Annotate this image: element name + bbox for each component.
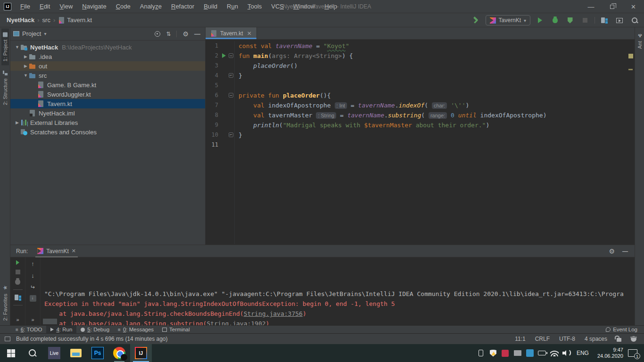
stack-trace-link[interactable]: String.java:1902 xyxy=(206,320,265,325)
fold-marker[interactable]: ⌐ xyxy=(229,132,233,137)
rerun-failed-icon[interactable] xyxy=(15,279,20,285)
start-button[interactable] xyxy=(0,344,22,362)
tree-item-swordjuggler-kt[interactable]: SwordJuggler.kt xyxy=(10,90,205,99)
run-console[interactable]: "C:\Program Files\Java\jdk-14.0.1\bin\ja… xyxy=(41,257,635,325)
taskbar-search-button[interactable] xyxy=(22,344,43,362)
power-tray-icon[interactable] xyxy=(536,344,548,362)
tree-item-nyethack-iml[interactable]: NyetHack.iml xyxy=(10,108,205,118)
taskbar-clock[interactable]: 9:47 24.06.2020 xyxy=(593,347,628,359)
close-button[interactable]: ✕ xyxy=(623,0,644,13)
tree-item-tavern-kt[interactable]: Tavern.kt xyxy=(10,99,205,108)
stripe-tab----project[interactable]: 1: Project xyxy=(1,28,9,65)
taskbar-live-app[interactable]: Live xyxy=(43,344,65,362)
project-structure-button[interactable] xyxy=(599,15,610,25)
taskbar-intellij[interactable]: IJ xyxy=(130,344,152,362)
stripe-tab----favorites[interactable]: 2: Favorites★ xyxy=(1,280,9,324)
warning-stripe-mark[interactable] xyxy=(628,69,633,70)
minimize-button[interactable]: — xyxy=(580,0,602,13)
scrollbar-thumb[interactable] xyxy=(43,319,57,324)
line-separator[interactable]: CRLF xyxy=(535,336,550,342)
run-tab[interactable]: TavernKt ✕ xyxy=(33,245,80,257)
toolwindow-button-terminal[interactable]: Terminal xyxy=(158,326,194,334)
highlighting-level-icon[interactable] xyxy=(631,336,636,342)
tree-expand-arrow[interactable]: ▼ xyxy=(23,73,29,78)
tree-item-nyethack[interactable]: ▼NyetHackB:\IdeaProjects\NyetHack xyxy=(10,42,205,52)
gear-icon[interactable]: ⚙ xyxy=(182,31,189,37)
stripe-tab----structure[interactable]: 2: Structure xyxy=(1,67,9,109)
menu-edit[interactable]: Edit xyxy=(35,1,54,11)
more-actions-button[interactable]: » xyxy=(31,317,34,322)
caret-position[interactable]: 11:1 xyxy=(515,336,525,342)
stack-trace-link[interactable]: String.java:3756 xyxy=(244,310,303,317)
tree-expand-arrow[interactable]: ▶ xyxy=(23,64,29,68)
up-stack-trace-button[interactable]: ↑ xyxy=(31,260,34,267)
menu-view[interactable]: View xyxy=(55,1,77,11)
toolwindow-button-6--todo[interactable]: ≡6: TODO xyxy=(11,326,46,334)
coverage-button[interactable] xyxy=(564,15,576,25)
toolwindow-button-4--run[interactable]: 4: Run xyxy=(46,326,76,334)
language-indicator[interactable]: ENG xyxy=(573,350,593,356)
taskbar-chrome[interactable] xyxy=(108,344,130,362)
stop-button[interactable] xyxy=(579,15,591,25)
fold-marker[interactable]: − xyxy=(229,93,233,98)
menu-run[interactable]: Run xyxy=(223,1,242,11)
menu-analyze[interactable]: Analyze xyxy=(136,1,166,11)
tree-expand-arrow[interactable]: ▶ xyxy=(23,54,29,59)
stripe-tab-ant[interactable]: Ant☘ xyxy=(636,28,644,53)
display-tray-icon[interactable] xyxy=(512,344,524,362)
scroll-to-end-button[interactable] xyxy=(30,295,36,302)
run-line-icon[interactable] xyxy=(222,53,226,58)
tree-item-scratches-and-consoles[interactable]: Scratches and Consoles xyxy=(10,127,205,137)
tree-item-out[interactable]: ▶out xyxy=(10,61,205,71)
event-log-button[interactable]: Event Log xyxy=(606,327,644,332)
fold-marker[interactable]: − xyxy=(229,53,233,58)
menu-file[interactable]: File xyxy=(16,1,34,11)
tree-item-game--b-game-kt[interactable]: Game. B Game.kt xyxy=(10,80,205,90)
toolwindow-button-5--debug[interactable]: 5: Debug xyxy=(76,326,114,334)
toolwindow-switcher-icon[interactable] xyxy=(5,337,10,341)
fold-marker[interactable]: ⌐ xyxy=(229,73,233,78)
usb-tray-icon[interactable] xyxy=(475,344,487,362)
notification-center-button[interactable]: 1 xyxy=(628,349,637,357)
menu-code[interactable]: Code xyxy=(112,1,135,11)
hide-panel-button[interactable]: — xyxy=(622,248,628,255)
tree-item-external-libraries[interactable]: ▶External Libraries xyxy=(10,118,205,127)
down-stack-trace-button[interactable]: ↓ xyxy=(31,272,34,279)
messenger-tray-icon[interactable] xyxy=(524,344,536,362)
breadcrumb-item[interactable]: Tavern.kt xyxy=(56,16,94,25)
editor-tab-tavern-kt[interactable]: Tavern.kt✕ xyxy=(206,27,257,39)
close-icon[interactable]: ✕ xyxy=(247,30,252,37)
run-button[interactable] xyxy=(534,15,545,25)
taskbar-explorer[interactable] xyxy=(65,344,87,362)
wifi-tray-icon[interactable] xyxy=(548,344,561,362)
tree-expand-arrow[interactable]: ▶ xyxy=(14,120,20,125)
code-editor[interactable]: 12−34⌐56−78910⌐11 const val tavernName =… xyxy=(206,40,635,244)
more-actions-button[interactable]: » xyxy=(16,317,19,322)
indent-setting[interactable]: 4 spaces xyxy=(585,336,607,342)
debug-button[interactable] xyxy=(549,15,561,25)
close-icon[interactable]: ✕ xyxy=(72,248,76,254)
volume-tray-icon[interactable] xyxy=(561,344,573,362)
tree-item--idea[interactable]: ▶.idea xyxy=(10,52,205,61)
menu-build[interactable]: Build xyxy=(199,1,222,11)
remote-app-tray-icon[interactable] xyxy=(499,344,512,362)
file-encoding[interactable]: UTF-8 xyxy=(559,336,575,342)
breadcrumb-item[interactable]: src xyxy=(41,16,52,25)
breadcrumb-item[interactable]: NyetHack xyxy=(5,16,36,25)
restore-button[interactable] xyxy=(602,0,623,13)
soft-wrap-button[interactable]: ↵ xyxy=(30,284,35,290)
project-view-select[interactable]: Project ▾ xyxy=(13,30,155,37)
dashboard-icon[interactable] xyxy=(15,295,21,300)
build-hammer-button[interactable] xyxy=(471,15,482,25)
toolwindow-button-0--messages[interactable]: ≡0: Messages xyxy=(114,326,158,334)
taskbar-photoshop[interactable]: Ps xyxy=(87,344,108,362)
tree-expand-arrow[interactable]: ▼ xyxy=(14,45,20,49)
tree-item-src[interactable]: ▼src xyxy=(10,71,205,80)
defender-tray-icon[interactable] xyxy=(487,344,499,362)
run-configuration-select[interactable]: TavernKt ▾ xyxy=(486,15,530,25)
lock-icon[interactable] xyxy=(617,338,621,342)
menu-navigate[interactable]: Navigate xyxy=(78,1,110,11)
gear-icon[interactable]: ⚙ xyxy=(609,248,615,255)
inspection-indicator-icon[interactable] xyxy=(628,54,633,58)
stop-button[interactable] xyxy=(16,270,20,274)
